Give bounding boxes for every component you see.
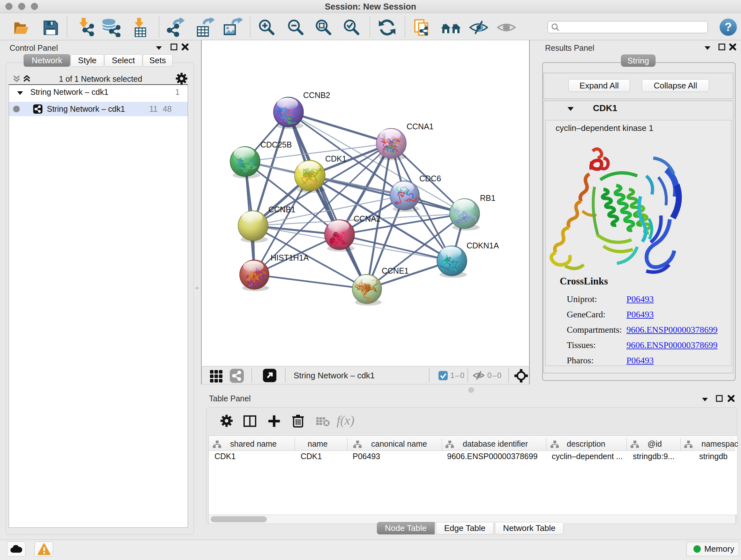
svg-text:CCNB1: CCNB1 — [268, 205, 295, 214]
svg-text:CCNB2: CCNB2 — [303, 91, 330, 100]
svg-text:?: ? — [725, 20, 732, 34]
svg-text:HIST1H1A: HIST1H1A — [271, 253, 309, 262]
svg-text:CCNA2: CCNA2 — [354, 214, 381, 223]
svg-text:CCNE1: CCNE1 — [382, 266, 409, 275]
svg-text:CDC25B: CDC25B — [260, 140, 292, 149]
svg-text:CDKN1A: CDKN1A — [467, 241, 499, 250]
svg-text:CCNA1: CCNA1 — [407, 122, 434, 131]
svg-text:RB1: RB1 — [480, 193, 495, 202]
svg-text:CDC6: CDC6 — [419, 174, 441, 183]
svg-text:CDK1: CDK1 — [325, 154, 347, 163]
